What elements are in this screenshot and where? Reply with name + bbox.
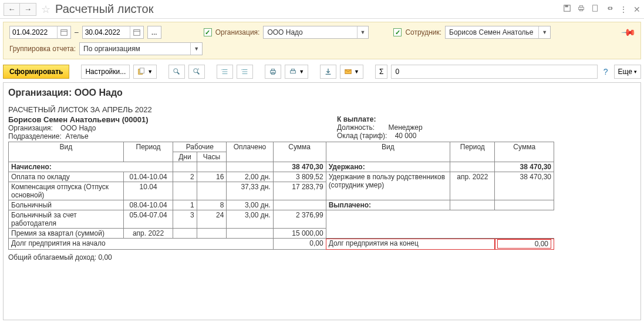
period-picker-button[interactable]: ... (147, 26, 161, 39)
window-header: ← → ☆ Расчетный листок ⋮ ✕ (0, 0, 644, 19)
chevron-down-icon[interactable]: ▼ (538, 26, 550, 38)
emp-checkbox[interactable]: ✓ (393, 28, 402, 36)
cell: Компенсация отпуска (Отпуск основной) (9, 182, 124, 200)
close-icon[interactable]: ✕ (633, 5, 640, 14)
window-title: Расчетный листок (55, 2, 153, 16)
cell: 1 (173, 200, 197, 210)
svg-point-12 (174, 69, 178, 73)
table-row: Больничный 08.04-10.04 1 8 3,00 дн. Выпл… (9, 200, 554, 210)
email-button[interactable]: ▼ (340, 65, 363, 79)
info-dept-label: Подразделение: (8, 132, 62, 140)
cell: 3,00 дн. (227, 200, 273, 210)
hdr-summa-r: Сумма (495, 142, 554, 162)
document-icon[interactable] (591, 4, 599, 14)
cell: 01.04-10.04 (123, 172, 173, 182)
emp-select[interactable]: Борисов Семен Анатолье ▼ (445, 26, 551, 39)
info-org-label: Организация: (8, 124, 53, 132)
calendar-icon[interactable] (130, 26, 143, 38)
debt-end-value: 0,00 (497, 239, 551, 249)
more-icon[interactable]: ⋮ (619, 5, 628, 14)
svg-rect-29 (292, 69, 295, 71)
collapse-button[interactable] (237, 65, 253, 79)
accrued-label: Начислено: (9, 162, 173, 172)
more-button[interactable]: Еще ▾ (614, 65, 641, 79)
hdr-vid-r: Вид (326, 142, 450, 162)
cell: 3 (173, 210, 197, 229)
cell: 10.04 (123, 182, 173, 200)
save-icon[interactable] (563, 4, 571, 14)
totals-row: Начислено: 38 470,30 Удержано: 38 470,30 (9, 162, 554, 172)
cell: Удержание в пользу родственников (сотруд… (326, 172, 450, 200)
date-from-field[interactable] (10, 28, 57, 36)
link-icon[interactable] (605, 4, 613, 14)
pos-value: Менеджер (388, 123, 422, 132)
date-to-input[interactable] (82, 26, 144, 39)
cell: 37,33 дн. (227, 182, 273, 200)
cell: 3 809,52 (273, 172, 326, 182)
salary-label: Оклад (тариф): (337, 132, 387, 140)
hdr-dni: Дни (173, 152, 197, 162)
find-button[interactable] (168, 65, 185, 79)
header-actions: ⋮ ✕ (563, 4, 640, 14)
taxable-label: Общий облагаемый доход: (8, 253, 96, 261)
org-checkbox[interactable]: ✓ (204, 28, 212, 36)
help-icon[interactable]: ? (601, 67, 611, 76)
org-value: ООО Надо (267, 28, 356, 36)
pay-label: К выплате: (337, 115, 423, 123)
form-button[interactable]: Сформировать (3, 65, 69, 79)
cell: 16 (197, 172, 227, 182)
report-area: Организация: ООО Надо РАСЧЕТНЫЙ ЛИСТОК З… (3, 82, 641, 320)
svg-rect-1 (565, 5, 568, 8)
print-button[interactable] (265, 65, 281, 79)
accrued-total: 38 470,30 (273, 162, 326, 172)
group-select[interactable]: По организациям ▼ (79, 42, 203, 55)
date-from-input[interactable] (9, 26, 71, 39)
taxable-value: 0,00 (98, 253, 112, 261)
date-to-field[interactable] (83, 28, 130, 36)
hdr-period-r: Период (450, 142, 495, 162)
settings-button[interactable]: Настройки... (81, 65, 130, 79)
cell: 05.04-07.04 (123, 210, 173, 229)
info-org-value: ООО Надо (60, 124, 96, 132)
variants-button[interactable]: ▼ (133, 65, 157, 79)
info-dept-value: Ателье (65, 132, 88, 140)
print-icon[interactable] (577, 4, 585, 14)
chevron-down-icon[interactable]: ▼ (190, 43, 202, 55)
cell: 2 (173, 172, 197, 182)
favorite-icon[interactable]: ☆ (41, 3, 50, 16)
debt-start-value: 0,00 (273, 239, 326, 250)
forward-button[interactable]: → (20, 3, 36, 16)
svg-rect-26 (272, 69, 275, 71)
cell: Больничный (9, 200, 124, 210)
cell: 38 470,30 (495, 172, 554, 200)
find-next-button[interactable]: › (188, 65, 205, 79)
table-row: Премия за квартал (суммой) апр. 2022 15 … (9, 229, 554, 239)
date-separator: – (75, 28, 79, 36)
debt-end-label: Долг предприятия на конец (326, 239, 495, 250)
payslip-table: Вид Период Рабочие Оплачено Сумма Вид Пе… (8, 142, 554, 250)
cell (197, 182, 227, 200)
calendar-icon[interactable] (57, 26, 70, 38)
paid-label: Выплачено: (326, 200, 450, 210)
hdr-vid-l: Вид (9, 142, 124, 162)
chevron-down-icon[interactable]: ▼ (357, 26, 369, 38)
group-label: Группировка отчета: (9, 45, 76, 53)
save-file-button[interactable] (320, 65, 336, 79)
back-button[interactable]: ← (4, 3, 20, 16)
svg-marker-20 (221, 69, 222, 71)
expand-button[interactable] (217, 65, 233, 79)
cell: 15 000,00 (273, 229, 326, 239)
cell: 24 (197, 210, 227, 229)
cell: апр. 2022 (450, 172, 495, 200)
cell: 2 376,99 (273, 210, 326, 229)
org-label: Организация: (215, 28, 260, 36)
salary-value: 40 000 (395, 132, 417, 140)
cell: 8 (197, 200, 227, 210)
org-select[interactable]: ООО Надо ▼ (263, 26, 369, 39)
sum-button[interactable]: Σ (375, 65, 387, 79)
print-menu-button[interactable]: ▼ (285, 65, 308, 79)
group-value: По организациям (83, 45, 190, 53)
cell (173, 182, 197, 200)
sum-input[interactable] (391, 65, 597, 79)
cell (273, 200, 326, 210)
